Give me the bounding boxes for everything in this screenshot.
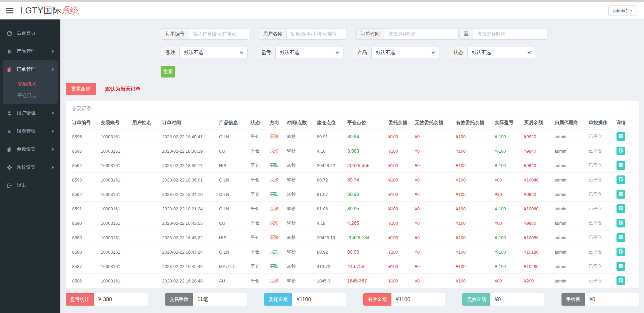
column-header: 产品信息 xyxy=(218,116,249,129)
table-row: 8592100031612023-02-22 18:24:10OILN平仓买跌6… xyxy=(71,187,634,202)
records-table: 订单编号交易账号用户姓名订单时间产品信息状态方向时间/点数建仓点位平仓点位委托余… xyxy=(71,116,634,288)
detail-button[interactable] xyxy=(616,276,625,285)
sidebar-subitem-close-log[interactable]: 平仓日志 xyxy=(3,90,58,101)
cell-after-balance: ¥10280 xyxy=(523,259,553,274)
status-select-value: 默认不选 xyxy=(472,50,491,56)
cell-profit: ¥80 xyxy=(493,173,523,187)
cell-control: 已平仓 xyxy=(587,216,615,230)
cell-agent: admin xyxy=(553,129,587,144)
filter-form: 订单编号 用户名称 订单时间 至 涨跌 xyxy=(60,19,644,77)
cell-order-no: 8589 xyxy=(71,230,100,245)
chevron-right-icon xyxy=(52,130,54,133)
cell-invalid-entrust: ¥0 xyxy=(414,230,454,245)
stat-label: 手续费 xyxy=(561,293,585,306)
detail-form-icon xyxy=(618,177,623,183)
search-all-button[interactable]: 搜索全部 xyxy=(66,83,96,95)
filter-updown-label: 涨跌 xyxy=(161,47,179,58)
user-name-input[interactable] xyxy=(286,28,347,40)
sidebar-item-users[interactable]: 用户管理 xyxy=(0,104,60,122)
detail-button[interactable] xyxy=(616,219,625,227)
product-select[interactable]: 默认不选 xyxy=(371,47,439,58)
sidebar-item-products[interactable]: B产品管理 xyxy=(0,42,60,60)
cell-product: OILN xyxy=(218,245,249,259)
cell-entrust: ¥100 xyxy=(387,274,414,288)
detail-button[interactable] xyxy=(616,175,625,184)
table-row: 8587100031612023-02-22 16:42:49MAUTD平仓买跌… xyxy=(71,259,634,274)
filter-status-label: 状态 xyxy=(449,47,467,58)
cell-control: 已平仓 xyxy=(587,274,615,288)
cell-control: 已平仓 xyxy=(587,187,615,202)
filter-user-name-label: 用户名称 xyxy=(259,28,286,40)
cell-valid-entrust: ¥100 xyxy=(454,144,493,158)
sidebar-item-reports[interactable]: ¥报表管理 xyxy=(0,122,60,140)
app-header: LGTY国际系统 admin2 xyxy=(0,2,644,19)
cell-detail xyxy=(615,173,634,187)
filter-order-time: 订单时间 xyxy=(356,28,458,40)
filter-row-2: 涨跌 默认不选 盈亏 默认不选 产品 默认不选 状态 默认不选 xyxy=(161,47,644,58)
column-header: 状态 xyxy=(249,116,268,129)
cell-valid-entrust: ¥100 xyxy=(454,129,493,144)
cell-invalid-entrust: ¥0 xyxy=(414,144,454,158)
detail-button[interactable] xyxy=(616,132,625,141)
cell-control: 已平仓 xyxy=(587,144,615,158)
sidebar-item-logout[interactable]: 退出 xyxy=(0,176,60,195)
cell-valid-entrust: ¥100 xyxy=(454,173,493,187)
column-header: 订单时间 xyxy=(161,116,217,129)
cell-after-balance: ¥10080 xyxy=(523,230,553,245)
search-button[interactable]: 搜索 xyxy=(161,66,175,77)
cell-user-name xyxy=(131,173,161,187)
cell-invalid-entrust: ¥0 xyxy=(414,187,454,202)
cell-detail xyxy=(615,230,634,245)
menu-toggle-icon[interactable] xyxy=(5,6,15,15)
cell-user-name xyxy=(131,216,161,230)
updown-select[interactable]: 默认不选 xyxy=(179,47,248,58)
sidebar-item-orders[interactable]: 订单管理 xyxy=(3,60,58,79)
user-menu-button[interactable]: admin2 xyxy=(608,5,637,16)
cell-open-point: 20428.19 xyxy=(316,230,346,245)
order-no-input[interactable] xyxy=(189,28,249,40)
table-row: 8591100031612023-02-22 18:21:24OILN平仓买涨6… xyxy=(71,202,634,216)
cell-after-balance: ¥9920 xyxy=(523,129,553,144)
cell-invalid-entrust: ¥0 xyxy=(414,173,454,187)
column-header: 无效委托余额 xyxy=(414,116,454,129)
cell-account: 10003161 xyxy=(100,274,131,288)
detail-button[interactable] xyxy=(616,204,625,213)
status-select[interactable]: 默认不选 xyxy=(467,47,535,58)
cell-status: 平仓 xyxy=(249,129,268,144)
cell-close-point: 80.98 xyxy=(346,187,387,202)
cell-invalid-entrust: ¥0 xyxy=(414,129,454,144)
cell-detail xyxy=(615,245,634,259)
logout-icon xyxy=(6,183,13,189)
cell-agent: admin xyxy=(553,259,587,274)
detail-button[interactable] xyxy=(616,262,625,271)
sidebar-item-parameters[interactable]: 参数设置 xyxy=(0,140,60,158)
sidebar-item-system[interactable]: 系统设置 xyxy=(0,158,60,176)
cell-invalid-entrust: ¥0 xyxy=(414,245,454,259)
cell-control: 已平仓 xyxy=(587,202,615,216)
cell-entrust: ¥100 xyxy=(387,187,414,202)
cell-open-point: 80.72 xyxy=(316,173,346,187)
cell-direction: 买跌 xyxy=(268,259,285,274)
detail-form-icon xyxy=(618,249,623,255)
order-time-end-input[interactable] xyxy=(473,28,547,40)
chevron-down-icon xyxy=(335,50,339,54)
cell-account: 10003161 xyxy=(100,158,131,173)
cell-valid-entrust: ¥100 xyxy=(454,187,493,202)
detail-button[interactable] xyxy=(616,161,625,170)
detail-button[interactable] xyxy=(616,190,625,199)
cell-direction: 买跌 xyxy=(268,158,285,173)
panel-title: 交易记录 xyxy=(71,101,634,116)
sidebar-subitem-trade-flow[interactable]: 交易流水 xyxy=(3,79,58,90)
sidebar-item-home[interactable]: 后台首页 xyxy=(0,24,60,42)
cell-status: 平仓 xyxy=(249,187,268,202)
detail-button[interactable] xyxy=(616,233,625,242)
cell-profit: ¥-100 xyxy=(493,129,523,144)
cell-order-no: 8595 xyxy=(71,144,100,158)
cell-open-point: 80.92 xyxy=(316,245,346,259)
detail-button[interactable] xyxy=(616,248,625,256)
sidebar-item-label: 用户管理 xyxy=(17,110,36,116)
profit-select[interactable]: 默认不选 xyxy=(275,47,343,58)
cell-close-point: 20428.358 xyxy=(346,158,387,173)
order-time-start-input[interactable] xyxy=(384,28,458,40)
detail-button[interactable] xyxy=(616,147,625,155)
